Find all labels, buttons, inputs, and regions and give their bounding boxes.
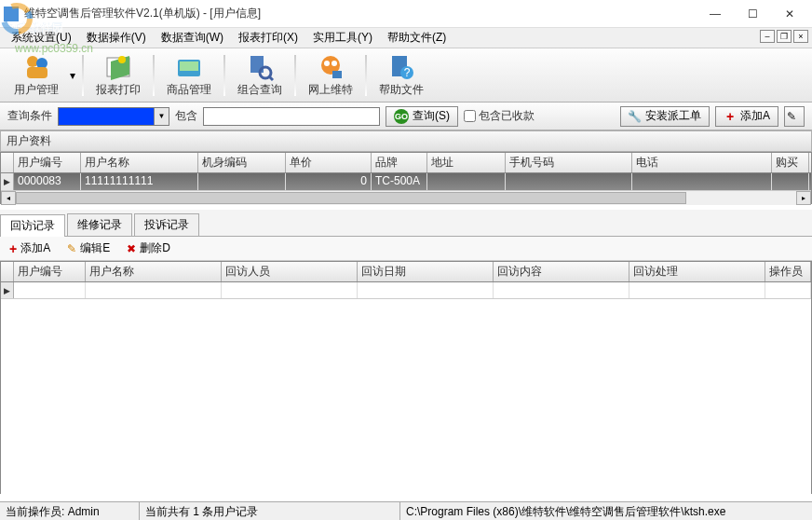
sub-toolbar: + 添加A ✎ 编辑E ✖ 删除D (0, 237, 812, 261)
status-operator: 当前操作员: Admin (0, 502, 140, 520)
close-button[interactable]: ✕ (771, 1, 808, 27)
col-buy[interactable]: 购买 (772, 153, 809, 172)
col-phone[interactable]: 电话 (632, 153, 772, 172)
tool-user-mgmt[interactable]: 用户管理 (6, 51, 67, 100)
record-tabs: 回访记录 维修记录 投诉记录 (0, 210, 812, 237)
svg-point-11 (324, 61, 330, 66)
wrench-icon: 🔧 (629, 110, 642, 123)
menu-report[interactable]: 报表打印(X) (231, 28, 305, 48)
menu-system[interactable]: 系统设置(U) (4, 28, 79, 48)
svg-rect-6 (180, 62, 198, 71)
tool-combo-query[interactable]: 组合查询 (229, 51, 291, 100)
plus-icon: + (724, 110, 737, 123)
user-grid-header: 用户编号 用户名称 机身编码 单价 品牌 地址 手机号码 电话 购买 (1, 153, 811, 173)
query-button[interactable]: GO 查询(S) (386, 106, 458, 127)
visit-grid-body: ▶ (1, 282, 811, 299)
maximize-button[interactable]: ☐ (734, 1, 771, 27)
col-mobile[interactable]: 手机号码 (506, 153, 632, 172)
app-icon (4, 7, 19, 21)
vcol-visit-date[interactable]: 回访日期 (358, 262, 494, 281)
tab-visit[interactable]: 回访记录 (0, 214, 65, 237)
tool-goods-mgmt[interactable]: 商品管理 (158, 51, 220, 100)
col-address[interactable]: 地址 (427, 153, 506, 172)
goods-icon (174, 52, 204, 82)
add-button[interactable]: + 添加A (715, 106, 778, 127)
user-grid-body: ▶ 0000083 11111111111 0 TC-500A (1, 173, 811, 190)
sub-edit-button[interactable]: ✎ 编辑E (63, 239, 114, 258)
tool-help[interactable]: ? 帮助文件 (371, 51, 432, 100)
scroll-left-icon[interactable]: ◂ (1, 191, 16, 205)
tool-web[interactable]: 网上维特 (300, 51, 361, 100)
menu-help[interactable]: 帮助文件(Z) (380, 28, 453, 48)
include-paid-checkbox[interactable]: 包含已收款 (464, 108, 535, 124)
mdi-restore[interactable]: ❐ (777, 30, 792, 43)
row-marker-icon: ▶ (1, 173, 14, 190)
user-data-header: 用户资料 (0, 130, 812, 152)
help-icon: ? (386, 52, 416, 82)
tab-repair[interactable]: 维修记录 (67, 213, 132, 236)
col-user-name[interactable]: 用户名称 (81, 153, 198, 172)
svg-point-12 (332, 61, 337, 66)
svg-line-9 (269, 76, 273, 80)
table-row[interactable]: ▶ 0000083 11111111111 0 TC-500A (1, 173, 811, 190)
scroll-thumb[interactable] (16, 192, 686, 204)
col-body-code[interactable]: 机身编码 (198, 153, 286, 172)
user-grid-hscroll[interactable]: ◂ ▸ (1, 190, 811, 205)
search-contain-label: 包含 (175, 108, 197, 124)
menu-tools[interactable]: 实用工具(Y) (305, 28, 380, 48)
vcol-visit-handle[interactable]: 回访处理 (629, 262, 765, 281)
vcol-user-name[interactable]: 用户名称 (86, 262, 222, 281)
col-brand[interactable]: 品牌 (372, 153, 427, 172)
combo-query-icon (245, 52, 275, 82)
mdi-controls: – ❐ × (760, 30, 808, 43)
minimize-button[interactable]: — (697, 1, 734, 27)
pencil-icon: ✎ (67, 242, 76, 255)
svg-rect-2 (27, 67, 47, 78)
visit-grid: 用户编号 用户名称 回访人员 回访日期 回访内容 回访处理 操作员 ▶ (0, 261, 812, 494)
svg-rect-13 (332, 71, 342, 78)
main-toolbar: 用户管理 ▾ 报表打印 商品管理 组合查询 网上维特 ? 帮助文件 (0, 48, 812, 103)
tool-report-print[interactable]: 报表打印 (88, 51, 149, 100)
delete-icon: ✖ (127, 242, 136, 255)
svg-text:?: ? (404, 66, 411, 79)
chevron-down-icon: ▼ (154, 108, 169, 125)
menu-data-query[interactable]: 数据查询(W) (154, 28, 231, 48)
scroll-right-icon[interactable]: ▸ (796, 191, 811, 205)
vcol-user-id[interactable]: 用户编号 (14, 262, 86, 281)
search-input[interactable] (203, 107, 380, 126)
search-condition-label: 查询条件 (7, 108, 52, 124)
menubar: 系统设置(U) 数据操作(V) 数据查询(W) 报表打印(X) 实用工具(Y) … (0, 28, 812, 48)
col-price[interactable]: 单价 (286, 153, 372, 172)
vcol-visitor[interactable]: 回访人员 (222, 262, 358, 281)
sub-add-button[interactable]: + 添加A (6, 239, 54, 258)
search-condition-combo[interactable]: ▼ (58, 107, 169, 126)
sub-delete-button[interactable]: ✖ 删除D (123, 239, 174, 258)
col-user-id[interactable]: 用户编号 (14, 153, 81, 172)
status-bar: 当前操作员: Admin 当前共有 1 条用户记录 C:\Program Fil… (0, 501, 812, 520)
install-dispatch-button[interactable]: 🔧 安装派工单 (620, 106, 710, 127)
tool-user-mgmt-dropdown[interactable]: ▾ (67, 51, 78, 100)
tab-complaint[interactable]: 投诉记录 (134, 213, 199, 236)
table-row[interactable]: ▶ (1, 282, 811, 299)
vcol-operator[interactable]: 操作员 (765, 262, 811, 281)
report-icon (103, 52, 133, 82)
search-bar: 查询条件 ▼ 包含 GO 查询(S) 包含已收款 🔧 安装派工单 + 添加A ✎ (0, 103, 812, 130)
mdi-minimize[interactable]: – (760, 30, 775, 43)
extra-button[interactable]: ✎ (784, 106, 805, 127)
svg-point-0 (27, 56, 38, 67)
plus-icon: + (9, 241, 17, 256)
visit-grid-header: 用户编号 用户名称 回访人员 回访日期 回访内容 回访处理 操作员 (1, 262, 811, 282)
go-icon: GO (394, 109, 409, 124)
titlebar: 维特空调售后管理软件V2.1(单机版) - [用户信息] — ☐ ✕ (0, 0, 812, 28)
window-controls: — ☐ ✕ (697, 1, 808, 27)
svg-point-4 (118, 56, 126, 63)
row-marker-icon: ▶ (1, 282, 14, 298)
status-path: C:\Program Files (x86)\维特软件\维特空调售后管理软件\k… (400, 502, 812, 520)
mdi-close[interactable]: × (793, 30, 808, 43)
include-paid-input[interactable] (464, 110, 476, 122)
pencil-icon: ✎ (785, 110, 798, 123)
vcol-visit-content[interactable]: 回访内容 (494, 262, 629, 281)
menu-data-ops[interactable]: 数据操作(V) (79, 28, 154, 48)
status-record-count: 当前共有 1 条用户记录 (140, 502, 400, 520)
user-grid: 用户编号 用户名称 机身编码 单价 品牌 地址 手机号码 电话 购买 ▶ 000… (0, 152, 812, 204)
